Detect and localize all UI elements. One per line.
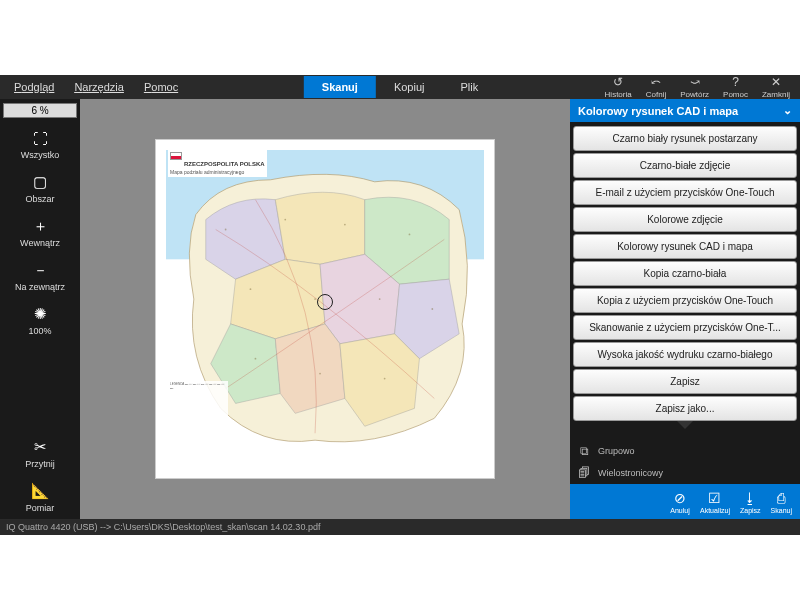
tool-measure[interactable]: 📐Pomiar: [0, 475, 80, 519]
tool-area-label: Obszar: [25, 194, 54, 204]
redo-icon: ⤻: [687, 75, 703, 89]
close-button[interactable]: ✕Zamknij: [756, 75, 796, 99]
help-label: Pomoc: [723, 90, 748, 99]
tool-inside-label: Wewnątrz: [20, 238, 60, 248]
preset-item[interactable]: Zapisz jako...: [573, 396, 797, 421]
help-icon: ?: [728, 75, 744, 89]
svg-point-1: [225, 229, 227, 231]
preset-dropdown[interactable]: Kolorowy rysunek CAD i mapa ⌄: [570, 99, 800, 122]
zoom-indicator[interactable]: 6 %: [3, 103, 77, 118]
cancel-button[interactable]: ⊘Anuluj: [666, 488, 694, 515]
svg-point-3: [344, 224, 346, 226]
history-icon: ↺: [610, 75, 626, 89]
preset-item[interactable]: E-mail z użyciem przycisków One-Touch: [573, 180, 797, 205]
svg-point-4: [409, 234, 411, 236]
update-label: Aktualizuj: [700, 507, 730, 514]
preset-header-label: Kolorowy rysunek CAD i mapa: [578, 105, 738, 117]
marquee-icon: ▢: [29, 172, 51, 192]
svg-point-10: [319, 373, 321, 375]
svg-point-11: [384, 378, 386, 380]
preset-item[interactable]: Kopia z użyciem przycisków One-Touch: [573, 288, 797, 313]
expand-icon: ⛶: [29, 128, 51, 148]
preset-item[interactable]: Wysoka jakość wydruku czarno-białego: [573, 342, 797, 367]
preset-panel: Kolorowy rysunek CAD i mapa ⌄ Czarno bia…: [570, 99, 800, 519]
scan-button[interactable]: Skanuj: [304, 76, 376, 98]
undo-button[interactable]: ⤺Cofnij: [640, 75, 672, 99]
copy-button[interactable]: Kopiuj: [376, 76, 443, 98]
help-button[interactable]: ?Pomoc: [717, 75, 754, 99]
menu-preview-label: Podgląd: [14, 81, 54, 93]
close-label: Zamknij: [762, 90, 790, 99]
file-button[interactable]: Plik: [442, 76, 496, 98]
preset-item[interactable]: Skanowanie z użyciem przycisków One-T...: [573, 315, 797, 340]
preset-item[interactable]: Kolorowe zdjęcie: [573, 207, 797, 232]
document-title: RZECZPOSPOLITA POLSKA: [184, 161, 265, 167]
menu-tools[interactable]: Narzędzia: [64, 77, 134, 97]
cancel-icon: ⊘: [670, 489, 690, 507]
check-icon: ☑: [705, 489, 725, 507]
preset-list: Czarno biały rysunek postarzany Czarno-b…: [570, 122, 800, 440]
pages-icon: 🗐: [576, 466, 592, 480]
action-bar: ⊘Anuluj ☑Aktualizuj ⭳Zapisz ⎙Skanuj: [570, 484, 800, 519]
preset-item[interactable]: Kolorowy rysunek CAD i mapa: [573, 234, 797, 259]
update-button[interactable]: ☑Aktualizuj: [696, 488, 734, 515]
minus-icon: －: [29, 260, 51, 280]
tool-all-label: Wszystko: [21, 150, 60, 160]
svg-point-6: [314, 298, 316, 300]
scan-action-button[interactable]: ⎙Skanuj: [767, 488, 796, 515]
group-icon: ⧉: [576, 444, 592, 458]
tool-outside[interactable]: －Na zewnątrz: [0, 254, 80, 298]
tool-100-label: 100%: [28, 326, 51, 336]
redo-label: Powtórz: [680, 90, 709, 99]
option-multipage[interactable]: 🗐Wielostronicowy: [570, 462, 800, 484]
preset-item[interactable]: Czarno-białe zdjęcie: [573, 153, 797, 178]
toolbar-left: 6 % ⛶Wszystko ▢Obszar ＋Wewnątrz －Na zewn…: [0, 99, 80, 519]
tool-area[interactable]: ▢Obszar: [0, 166, 80, 210]
close-icon: ✕: [768, 75, 784, 89]
menu-help[interactable]: Pomoc: [134, 77, 188, 97]
tool-measure-label: Pomiar: [26, 503, 55, 513]
svg-point-2: [284, 219, 286, 221]
option-group[interactable]: ⧉Grupowo: [570, 440, 800, 462]
ruler-icon: 📐: [29, 481, 51, 501]
preview-canvas[interactable]: RZECZPOSPOLITA POLSKA Mapa podziału admi…: [80, 99, 570, 519]
history-label: Historia: [605, 90, 632, 99]
svg-point-5: [250, 288, 252, 290]
svg-point-7: [379, 298, 381, 300]
tool-inside[interactable]: ＋Wewnątrz: [0, 210, 80, 254]
save-button[interactable]: ⭳Zapisz: [736, 488, 765, 515]
map-legend: LEGENDA ▪▪▪ ▫▫▫ ▪▪▪ ▫▫▫ ▪▪▪ ▫▫▫ ▪▪▪ ▫▫▫ …: [168, 381, 228, 466]
preset-item[interactable]: Zapisz: [573, 369, 797, 394]
redo-button[interactable]: ⤻Powtórz: [674, 75, 715, 99]
target-icon: ✺: [29, 304, 51, 324]
tool-crop[interactable]: ✂Przytnij: [0, 431, 80, 475]
tool-select-all[interactable]: ⛶Wszystko: [0, 122, 80, 166]
menu-tools-label: Narzędzia: [74, 81, 124, 93]
preset-item[interactable]: Czarno biały rysunek postarzany: [573, 126, 797, 151]
menu-preview[interactable]: Podgląd: [4, 77, 64, 97]
document-title-block: RZECZPOSPOLITA POLSKA Mapa podziału admi…: [168, 150, 267, 177]
menu-help-label: Pomoc: [144, 81, 178, 93]
scan-icon: ⎙: [771, 489, 791, 507]
download-icon: ⭳: [740, 489, 760, 507]
chevron-down-icon: ⌄: [783, 104, 792, 117]
svg-point-9: [255, 358, 257, 360]
save-label: Zapisz: [740, 507, 761, 514]
crop-icon: ✂: [29, 437, 51, 457]
scanned-document: RZECZPOSPOLITA POLSKA Mapa podziału admi…: [155, 139, 495, 479]
tool-zoom-100[interactable]: ✺100%: [0, 298, 80, 342]
selection-marker: [317, 294, 333, 310]
option-group-label: Grupowo: [598, 446, 635, 456]
tool-crop-label: Przytnij: [25, 459, 55, 469]
preset-expand-toggle[interactable]: [572, 423, 798, 433]
status-bar: IQ Quattro 4420 (USB) --> C:\Users\DKS\D…: [0, 519, 800, 535]
tool-outside-label: Na zewnątrz: [15, 282, 65, 292]
plus-icon: ＋: [29, 216, 51, 236]
undo-label: Cofnij: [646, 90, 666, 99]
cancel-label: Anuluj: [670, 507, 689, 514]
history-button[interactable]: ↺Historia: [599, 75, 638, 99]
svg-point-8: [431, 308, 433, 310]
preset-item[interactable]: Kopia czarno-biała: [573, 261, 797, 286]
document-subtitle: Mapa podziału administracyjnego: [170, 170, 265, 175]
undo-icon: ⤺: [648, 75, 664, 89]
